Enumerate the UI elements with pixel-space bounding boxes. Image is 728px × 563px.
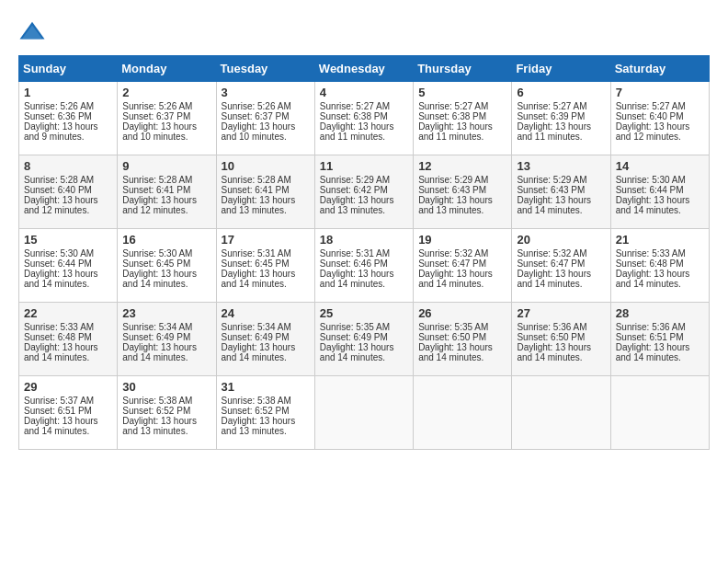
day-info: Sunset: 6:36 PM bbox=[24, 111, 112, 121]
day-number: 27 bbox=[517, 306, 605, 320]
day-number: 29 bbox=[24, 380, 112, 394]
calendar-cell: 27Sunrise: 5:36 AMSunset: 6:50 PMDayligh… bbox=[512, 303, 610, 376]
day-info: Daylight: 13 hours bbox=[616, 195, 704, 205]
day-info: Sunrise: 5:35 AM bbox=[320, 322, 408, 332]
calendar-cell: 17Sunrise: 5:31 AMSunset: 6:45 PMDayligh… bbox=[216, 229, 314, 303]
day-info: and 14 minutes. bbox=[222, 279, 310, 289]
day-number: 13 bbox=[517, 159, 605, 173]
day-info: Daylight: 13 hours bbox=[222, 342, 310, 352]
calendar-cell: 18Sunrise: 5:31 AMSunset: 6:46 PMDayligh… bbox=[314, 229, 413, 303]
day-info: Daylight: 13 hours bbox=[122, 342, 210, 352]
day-info: and 12 minutes. bbox=[616, 132, 704, 142]
day-info: Sunrise: 5:33 AM bbox=[616, 248, 704, 259]
day-info: Daylight: 13 hours bbox=[616, 269, 704, 279]
day-info: Sunrise: 5:28 AM bbox=[222, 175, 310, 185]
day-info: and 14 minutes. bbox=[24, 352, 112, 362]
day-info: Sunset: 6:49 PM bbox=[320, 332, 408, 342]
calendar-cell: 9Sunrise: 5:28 AMSunset: 6:41 PMDaylight… bbox=[118, 155, 216, 229]
day-info: Sunset: 6:38 PM bbox=[418, 111, 506, 121]
day-number: 26 bbox=[418, 306, 506, 320]
day-info: and 14 minutes. bbox=[418, 279, 506, 289]
day-number: 9 bbox=[122, 159, 210, 173]
day-info: Sunrise: 5:33 AM bbox=[24, 322, 112, 332]
day-info: Daylight: 13 hours bbox=[122, 269, 210, 279]
day-info: and 14 minutes. bbox=[517, 205, 605, 215]
day-info: and 13 minutes. bbox=[222, 205, 310, 215]
day-info: and 14 minutes. bbox=[122, 279, 210, 289]
day-number: 16 bbox=[122, 233, 210, 247]
day-info: Daylight: 13 hours bbox=[517, 342, 605, 352]
day-number: 1 bbox=[24, 86, 112, 99]
day-info: Daylight: 13 hours bbox=[24, 121, 112, 132]
col-header-saturday: Saturday bbox=[610, 56, 709, 82]
day-info: Sunset: 6:37 PM bbox=[122, 111, 210, 121]
calendar-cell: 22Sunrise: 5:33 AMSunset: 6:48 PMDayligh… bbox=[19, 303, 118, 376]
calendar-cell bbox=[512, 376, 610, 450]
day-number: 8 bbox=[24, 159, 112, 173]
day-info: and 11 minutes. bbox=[517, 132, 605, 142]
day-number: 23 bbox=[122, 306, 210, 320]
day-info: Sunset: 6:43 PM bbox=[517, 185, 605, 195]
day-info: Daylight: 13 hours bbox=[222, 121, 310, 132]
calendar-header-row: SundayMondayTuesdayWednesdayThursdayFrid… bbox=[19, 56, 710, 82]
day-info: Daylight: 13 hours bbox=[616, 342, 704, 352]
day-number: 22 bbox=[24, 306, 112, 320]
day-info: Sunset: 6:52 PM bbox=[222, 406, 310, 416]
day-info: Sunset: 6:47 PM bbox=[418, 259, 506, 269]
calendar-cell: 23Sunrise: 5:34 AMSunset: 6:49 PMDayligh… bbox=[118, 303, 216, 376]
day-info: Daylight: 13 hours bbox=[122, 195, 210, 205]
day-info: Sunrise: 5:38 AM bbox=[122, 396, 210, 406]
day-info: Daylight: 13 hours bbox=[122, 416, 210, 426]
day-number: 19 bbox=[418, 233, 506, 247]
calendar-cell: 29Sunrise: 5:37 AMSunset: 6:51 PMDayligh… bbox=[19, 376, 118, 450]
day-number: 12 bbox=[418, 159, 506, 173]
day-info: Sunset: 6:42 PM bbox=[320, 185, 408, 195]
logo-icon bbox=[18, 18, 46, 46]
day-info: Daylight: 13 hours bbox=[222, 269, 310, 279]
day-number: 15 bbox=[24, 233, 112, 247]
calendar-cell: 6Sunrise: 5:27 AMSunset: 6:39 PMDaylight… bbox=[512, 82, 610, 155]
calendar-cell: 2Sunrise: 5:26 AMSunset: 6:37 PMDaylight… bbox=[118, 82, 216, 155]
calendar-cell: 4Sunrise: 5:27 AMSunset: 6:38 PMDaylight… bbox=[314, 82, 413, 155]
calendar-cell: 5Sunrise: 5:27 AMSunset: 6:38 PMDaylight… bbox=[414, 82, 512, 155]
day-info: and 14 minutes. bbox=[320, 352, 408, 362]
calendar-cell: 14Sunrise: 5:30 AMSunset: 6:44 PMDayligh… bbox=[610, 155, 709, 229]
day-number: 14 bbox=[616, 159, 704, 173]
logo bbox=[18, 18, 50, 46]
calendar-week-row: 15Sunrise: 5:30 AMSunset: 6:44 PMDayligh… bbox=[19, 229, 710, 303]
calendar-cell: 12Sunrise: 5:29 AMSunset: 6:43 PMDayligh… bbox=[414, 155, 512, 229]
calendar-cell: 24Sunrise: 5:34 AMSunset: 6:49 PMDayligh… bbox=[216, 303, 314, 376]
calendar-week-row: 1Sunrise: 5:26 AMSunset: 6:36 PMDaylight… bbox=[19, 82, 710, 155]
day-info: Sunrise: 5:31 AM bbox=[222, 248, 310, 259]
day-info: Sunset: 6:46 PM bbox=[320, 259, 408, 269]
day-info: and 14 minutes. bbox=[122, 352, 210, 362]
day-info: Sunrise: 5:30 AM bbox=[122, 248, 210, 259]
day-number: 6 bbox=[517, 86, 605, 99]
day-info: and 11 minutes. bbox=[418, 132, 506, 142]
col-header-monday: Monday bbox=[118, 56, 216, 82]
day-number: 28 bbox=[616, 306, 704, 320]
calendar-week-row: 29Sunrise: 5:37 AMSunset: 6:51 PMDayligh… bbox=[19, 376, 710, 450]
day-info: Sunrise: 5:36 AM bbox=[616, 322, 704, 332]
day-info: and 14 minutes. bbox=[616, 205, 704, 215]
day-number: 17 bbox=[222, 233, 310, 247]
day-info: Sunrise: 5:27 AM bbox=[616, 101, 704, 111]
day-info: Sunrise: 5:29 AM bbox=[517, 175, 605, 185]
day-info: Sunrise: 5:26 AM bbox=[122, 101, 210, 111]
calendar-cell: 3Sunrise: 5:26 AMSunset: 6:37 PMDaylight… bbox=[216, 82, 314, 155]
day-info: Sunset: 6:49 PM bbox=[222, 332, 310, 342]
calendar-week-row: 22Sunrise: 5:33 AMSunset: 6:48 PMDayligh… bbox=[19, 303, 710, 376]
day-info: Sunrise: 5:36 AM bbox=[517, 322, 605, 332]
calendar-cell: 10Sunrise: 5:28 AMSunset: 6:41 PMDayligh… bbox=[216, 155, 314, 229]
calendar-week-row: 8Sunrise: 5:28 AMSunset: 6:40 PMDaylight… bbox=[19, 155, 710, 229]
day-info: Sunset: 6:43 PM bbox=[418, 185, 506, 195]
day-info: Sunrise: 5:26 AM bbox=[222, 101, 310, 111]
day-info: Daylight: 13 hours bbox=[24, 195, 112, 205]
day-number: 11 bbox=[320, 159, 408, 173]
day-info: Sunrise: 5:32 AM bbox=[418, 248, 506, 259]
day-number: 18 bbox=[320, 233, 408, 247]
day-info: Daylight: 13 hours bbox=[517, 195, 605, 205]
col-header-friday: Friday bbox=[512, 56, 610, 82]
day-info: and 12 minutes. bbox=[24, 205, 112, 215]
day-info: and 10 minutes. bbox=[222, 132, 310, 142]
